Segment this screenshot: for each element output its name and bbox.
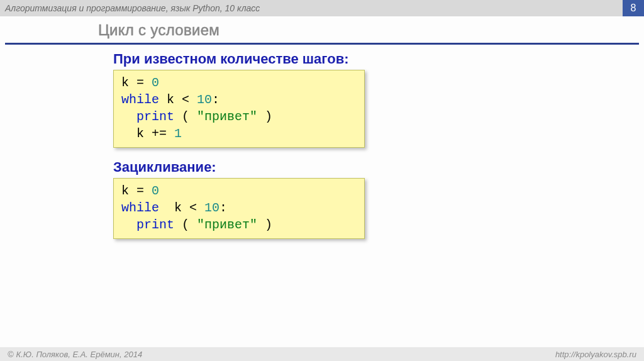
code-block-1: k = 0 while k < 10: print ( "привет" ) k… [113, 70, 365, 148]
code-line: while k < 10: [121, 91, 357, 108]
code-line: k += 1 [121, 125, 357, 142]
slide-title: Цикл с условием [98, 21, 644, 39]
code-line: k = 0 [121, 182, 357, 199]
content-area: При известном количестве шагов: k = 0 wh… [113, 51, 644, 239]
code-line: print ( "привет" ) [121, 216, 357, 233]
code-line: while k < 10: [121, 199, 357, 216]
code-line: k = 0 [121, 74, 357, 91]
section2-title: Зацикливание: [113, 159, 644, 175]
footer-bar: © К.Ю. Поляков, Е.А. Ерёмин, 2014 http:/… [0, 347, 644, 361]
copyright-icon: © [8, 350, 14, 359]
title-row: Цикл с условием [98, 21, 644, 39]
section1-title: При известном количестве шагов: [113, 51, 644, 67]
slide-number: 8 [623, 0, 644, 16]
header-title: Алгоритмизация и программирование, язык … [5, 3, 260, 13]
footer-url: http://kpolyakov.spb.ru [555, 350, 636, 359]
title-underline [5, 43, 639, 45]
code-block-2: k = 0 while k < 10: print ( "привет" ) [113, 178, 365, 239]
code-line: print ( "привет" ) [121, 108, 357, 125]
header-bar: Алгоритмизация и программирование, язык … [0, 0, 644, 16]
footer-copyright: © К.Ю. Поляков, Е.А. Ерёмин, 2014 [8, 350, 142, 359]
